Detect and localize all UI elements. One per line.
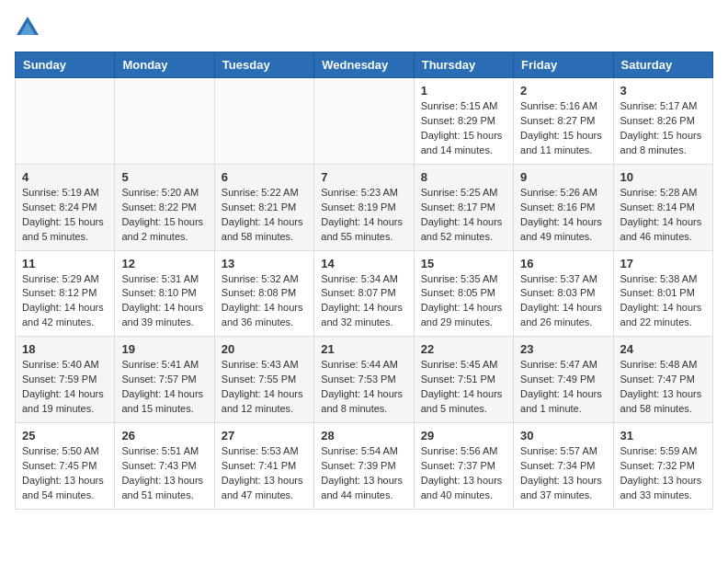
day-number: 15 — [421, 257, 506, 270]
day-info: Sunrise: 5:26 AM Sunset: 8:16 PM Dayligh… — [520, 186, 606, 245]
day-info: Sunrise: 5:57 AM Sunset: 7:34 PM Dayligh… — [520, 444, 606, 503]
day-info: Sunrise: 5:19 AM Sunset: 8:24 PM Dayligh… — [22, 186, 108, 245]
calendar-cell: 26Sunrise: 5:51 AM Sunset: 7:43 PM Dayli… — [115, 423, 214, 510]
page-header — [15, 15, 713, 40]
day-number: 10 — [620, 170, 706, 184]
day-number: 17 — [620, 257, 706, 270]
column-header-thursday: Thursday — [414, 52, 513, 78]
day-number: 13 — [222, 257, 307, 270]
day-info: Sunrise: 5:22 AM Sunset: 8:21 PM Dayligh… — [222, 186, 307, 245]
calendar-cell: 24Sunrise: 5:48 AM Sunset: 7:47 PM Dayli… — [613, 337, 712, 423]
calendar-cell: 19Sunrise: 5:41 AM Sunset: 7:57 PM Dayli… — [115, 337, 214, 423]
calendar-week-4: 18Sunrise: 5:40 AM Sunset: 7:59 PM Dayli… — [16, 337, 713, 423]
day-info: Sunrise: 5:51 AM Sunset: 7:43 PM Dayligh… — [121, 444, 207, 503]
day-info: Sunrise: 5:37 AM Sunset: 8:03 PM Dayligh… — [520, 272, 606, 331]
day-info: Sunrise: 5:50 AM Sunset: 7:45 PM Dayligh… — [22, 444, 108, 503]
day-info: Sunrise: 5:29 AM Sunset: 8:12 PM Dayligh… — [22, 272, 108, 331]
day-number: 29 — [421, 429, 506, 442]
day-info: Sunrise: 5:35 AM Sunset: 8:05 PM Dayligh… — [421, 272, 506, 331]
calendar-cell: 22Sunrise: 5:45 AM Sunset: 7:51 PM Dayli… — [414, 337, 513, 423]
day-number: 12 — [121, 257, 207, 270]
calendar-cell: 15Sunrise: 5:35 AM Sunset: 8:05 PM Dayli… — [414, 250, 513, 337]
day-info: Sunrise: 5:31 AM Sunset: 8:10 PM Dayligh… — [121, 272, 207, 331]
day-info: Sunrise: 5:45 AM Sunset: 7:51 PM Dayligh… — [421, 358, 506, 417]
day-number: 19 — [121, 342, 207, 356]
day-number: 26 — [121, 429, 207, 442]
day-number: 30 — [520, 429, 606, 442]
day-number: 28 — [321, 429, 406, 442]
calendar-cell: 12Sunrise: 5:31 AM Sunset: 8:10 PM Dayli… — [115, 250, 214, 337]
calendar-week-2: 4Sunrise: 5:19 AM Sunset: 8:24 PM Daylig… — [16, 164, 713, 250]
calendar-cell: 9Sunrise: 5:26 AM Sunset: 8:16 PM Daylig… — [514, 164, 613, 250]
day-number: 23 — [520, 342, 606, 356]
calendar-cell: 13Sunrise: 5:32 AM Sunset: 8:08 PM Dayli… — [214, 250, 313, 337]
day-info: Sunrise: 5:15 AM Sunset: 8:29 PM Dayligh… — [421, 99, 506, 158]
calendar-cell: 6Sunrise: 5:22 AM Sunset: 8:21 PM Daylig… — [214, 164, 313, 250]
calendar-cell: 23Sunrise: 5:47 AM Sunset: 7:49 PM Dayli… — [514, 337, 613, 423]
calendar-cell — [314, 78, 414, 165]
calendar-cell: 31Sunrise: 5:59 AM Sunset: 7:32 PM Dayli… — [613, 423, 712, 510]
day-info: Sunrise: 5:59 AM Sunset: 7:32 PM Dayligh… — [620, 444, 706, 503]
calendar-week-3: 11Sunrise: 5:29 AM Sunset: 8:12 PM Dayli… — [16, 250, 713, 337]
calendar-cell: 28Sunrise: 5:54 AM Sunset: 7:39 PM Dayli… — [314, 423, 414, 510]
logo-icon — [15, 15, 40, 40]
calendar-cell: 27Sunrise: 5:53 AM Sunset: 7:41 PM Dayli… — [214, 423, 313, 510]
day-info: Sunrise: 5:56 AM Sunset: 7:37 PM Dayligh… — [421, 444, 506, 503]
day-number: 21 — [321, 342, 406, 356]
calendar-cell: 5Sunrise: 5:20 AM Sunset: 8:22 PM Daylig… — [115, 164, 214, 250]
column-header-friday: Friday — [514, 52, 613, 78]
day-number: 27 — [222, 429, 307, 442]
day-number: 1 — [421, 84, 506, 98]
day-info: Sunrise: 5:34 AM Sunset: 8:07 PM Dayligh… — [321, 272, 406, 331]
day-number: 31 — [620, 429, 706, 442]
calendar-cell: 14Sunrise: 5:34 AM Sunset: 8:07 PM Dayli… — [314, 250, 414, 337]
day-info: Sunrise: 5:25 AM Sunset: 8:17 PM Dayligh… — [421, 186, 506, 245]
day-info: Sunrise: 5:40 AM Sunset: 7:59 PM Dayligh… — [22, 358, 108, 417]
day-info: Sunrise: 5:43 AM Sunset: 7:55 PM Dayligh… — [222, 358, 307, 417]
day-number: 7 — [321, 170, 406, 184]
day-info: Sunrise: 5:17 AM Sunset: 8:26 PM Dayligh… — [620, 99, 706, 158]
day-info: Sunrise: 5:20 AM Sunset: 8:22 PM Dayligh… — [121, 186, 207, 245]
day-info: Sunrise: 5:23 AM Sunset: 8:19 PM Dayligh… — [321, 186, 406, 245]
day-number: 16 — [520, 257, 606, 270]
logo — [15, 15, 44, 40]
day-number: 25 — [22, 429, 108, 442]
column-header-wednesday: Wednesday — [314, 52, 414, 78]
calendar-cell: 29Sunrise: 5:56 AM Sunset: 7:37 PM Dayli… — [414, 423, 513, 510]
day-number: 11 — [22, 257, 108, 270]
calendar-cell — [214, 78, 313, 165]
calendar-cell: 11Sunrise: 5:29 AM Sunset: 8:12 PM Dayli… — [16, 250, 115, 337]
day-number: 24 — [620, 342, 706, 356]
calendar-cell: 25Sunrise: 5:50 AM Sunset: 7:45 PM Dayli… — [16, 423, 115, 510]
day-number: 20 — [222, 342, 307, 356]
day-number: 5 — [121, 170, 207, 184]
day-number: 6 — [222, 170, 307, 184]
column-header-sunday: Sunday — [16, 52, 115, 78]
day-info: Sunrise: 5:16 AM Sunset: 8:27 PM Dayligh… — [520, 99, 606, 158]
day-info: Sunrise: 5:41 AM Sunset: 7:57 PM Dayligh… — [121, 358, 207, 417]
calendar-cell: 16Sunrise: 5:37 AM Sunset: 8:03 PM Dayli… — [514, 250, 613, 337]
day-info: Sunrise: 5:48 AM Sunset: 7:47 PM Dayligh… — [620, 358, 706, 417]
calendar-cell: 17Sunrise: 5:38 AM Sunset: 8:01 PM Dayli… — [613, 250, 712, 337]
calendar-cell: 10Sunrise: 5:28 AM Sunset: 8:14 PM Dayli… — [613, 164, 712, 250]
calendar-cell: 30Sunrise: 5:57 AM Sunset: 7:34 PM Dayli… — [514, 423, 613, 510]
day-info: Sunrise: 5:28 AM Sunset: 8:14 PM Dayligh… — [620, 186, 706, 245]
calendar-cell: 8Sunrise: 5:25 AM Sunset: 8:17 PM Daylig… — [414, 164, 513, 250]
calendar-cell: 3Sunrise: 5:17 AM Sunset: 8:26 PM Daylig… — [613, 78, 712, 165]
calendar-week-5: 25Sunrise: 5:50 AM Sunset: 7:45 PM Dayli… — [16, 423, 713, 510]
day-info: Sunrise: 5:44 AM Sunset: 7:53 PM Dayligh… — [321, 358, 406, 417]
day-info: Sunrise: 5:54 AM Sunset: 7:39 PM Dayligh… — [321, 444, 406, 503]
calendar-cell: 21Sunrise: 5:44 AM Sunset: 7:53 PM Dayli… — [314, 337, 414, 423]
day-info: Sunrise: 5:53 AM Sunset: 7:41 PM Dayligh… — [222, 444, 307, 503]
day-number: 2 — [520, 84, 606, 98]
day-number: 14 — [321, 257, 406, 270]
day-number: 4 — [22, 170, 108, 184]
column-header-tuesday: Tuesday — [214, 52, 313, 78]
calendar-week-1: 1Sunrise: 5:15 AM Sunset: 8:29 PM Daylig… — [16, 78, 713, 165]
calendar-cell: 2Sunrise: 5:16 AM Sunset: 8:27 PM Daylig… — [514, 78, 613, 165]
calendar-cell — [115, 78, 214, 165]
calendar-cell: 20Sunrise: 5:43 AM Sunset: 7:55 PM Dayli… — [214, 337, 313, 423]
day-info: Sunrise: 5:32 AM Sunset: 8:08 PM Dayligh… — [222, 272, 307, 331]
column-header-saturday: Saturday — [613, 52, 712, 78]
day-number: 9 — [520, 170, 606, 184]
